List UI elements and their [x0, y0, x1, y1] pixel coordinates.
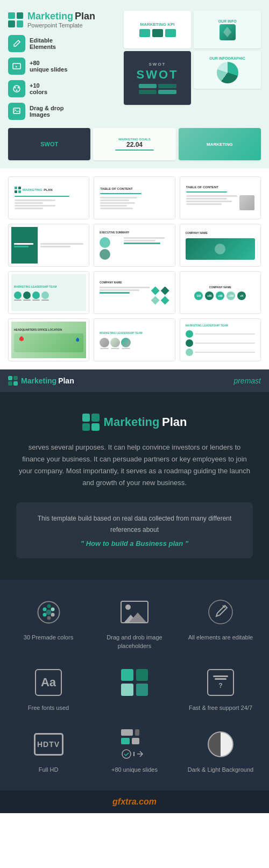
- feature-card-darklight-label: Dark & Light Background: [188, 766, 253, 774]
- slide-card-map[interactable]: HEADQUARTERS OFFICE LOCATION: [8, 318, 89, 361]
- hero-section: Marketing Plan Powerpoint Template Edita…: [0, 0, 269, 168]
- feature-editable-text: EditableElements: [30, 37, 56, 50]
- slide-thumb-photo: MARKETING: [179, 128, 261, 160]
- logo-grid-cell-2: [17, 12, 24, 19]
- logo-area: Marketing Plan Powerpoint Template: [8, 11, 116, 29]
- feature-card-grid4: [97, 666, 172, 712]
- footer-brand: premast: [233, 376, 261, 385]
- svg-rect-5: [13, 108, 20, 113]
- svg-point-4: [16, 90, 18, 91]
- description-quote-box: This template build based on real data c…: [16, 502, 253, 558]
- svg-point-16: [122, 750, 131, 758]
- svg-point-3: [18, 87, 19, 89]
- footer-marketing: Marketing: [21, 376, 56, 385]
- logo-grid-cell-4: [17, 20, 24, 27]
- svg-point-2: [15, 87, 16, 89]
- logo-subtitle: Powerpoint Template: [27, 22, 95, 29]
- slide-thumb-swot2: SWOT: [8, 128, 90, 160]
- feature-card-drag-label: Drag and drob image placeholders: [97, 634, 172, 650]
- slide-card-company2[interactable]: COMPANY NAME: [94, 271, 175, 314]
- feature-item-drag: Drag & dropImages: [8, 103, 116, 120]
- editable-icon: [8, 35, 25, 52]
- feature-card-support-label: Fast & free support 24/7: [189, 704, 252, 712]
- feature-drag-text: Drag & dropImages: [30, 105, 64, 118]
- slide-card-team3[interactable]: MARKETING LEADERSHIP TEAM: [180, 318, 261, 361]
- footer-logo: Marketing Plan: [8, 376, 74, 386]
- features-grid: 30 Premade colors Drag and drob image pl…: [11, 596, 258, 774]
- logo-marketing: Marketing: [27, 11, 73, 22]
- feature-card-support: ? Fast & free support 24/7: [183, 666, 258, 712]
- slide-thumb-goals: MARKETING GOALS 22.04: [93, 128, 175, 160]
- feature-card-drag: Drag and drob image placeholders: [97, 596, 172, 650]
- description-body: serves several purposes. It can help con…: [16, 442, 253, 489]
- color-grid4-icon: [118, 666, 151, 699]
- slide-card-team1[interactable]: MARKETING LEADERSHIP TEAM: [8, 271, 89, 314]
- slide-card-team2[interactable]: MARKETING LEADERSHIP TEAM: [94, 318, 175, 361]
- slides-count-icon: [118, 728, 151, 760]
- feature-item-slides: +80unique slides: [8, 58, 116, 75]
- slides-icon-hero: [8, 58, 25, 75]
- slide-card-toc1[interactable]: TABLE OF CONTENT: [94, 176, 175, 219]
- svg-point-14: [46, 609, 51, 615]
- feature-item-colors: +10colors: [8, 80, 116, 97]
- slide-card-exec1[interactable]: [8, 224, 89, 267]
- slide-thumb-kpi: MARKETING KPI: [124, 11, 191, 48]
- feature-card-80slides: +80 unique slides: [97, 728, 172, 774]
- feature-card-colors-label: 30 Premade colors: [24, 634, 73, 642]
- desc-logo-cell-4: [91, 423, 100, 431]
- logo-plan: Plan: [75, 11, 95, 22]
- slide-card-exec2[interactable]: EXECUTIVE SUMMARY: [94, 224, 175, 267]
- image-placeholder-icon: [118, 596, 151, 628]
- slides-grid: MARKETING PLAN TABLE OF CONTENT: [8, 176, 261, 361]
- feature-colors-text: +10colors: [30, 82, 47, 95]
- slides-section: MARKETING PLAN TABLE OF CONTENT: [0, 168, 269, 369]
- footer-plan: Plan: [58, 376, 74, 385]
- darklight-icon: [204, 728, 237, 760]
- svg-point-13: [43, 613, 46, 616]
- feature-card-editable: All elements are editable: [183, 596, 258, 650]
- desc-logo-cell-1: [82, 414, 90, 422]
- features-section: 30 Premade colors Drag and drob image pl…: [0, 580, 269, 791]
- desc-logo-icon: [82, 414, 100, 431]
- font-icon: Aa: [32, 666, 65, 699]
- svg-point-12: [47, 616, 51, 620]
- desc-logo: Marketing Plan: [16, 414, 253, 431]
- slide-card-toc2[interactable]: TABLE OF CONTENT: [180, 176, 261, 219]
- svg-point-8: [43, 607, 46, 611]
- svg-point-11: [51, 613, 54, 616]
- description-section: Marketing Plan serves several purposes. …: [0, 392, 269, 580]
- slide-card-marketing-plan[interactable]: MARKETING PLAN: [8, 176, 89, 219]
- svg-rect-0: [13, 63, 20, 69]
- slides-footer: Marketing Plan premast: [0, 369, 269, 392]
- gfxtra-footer: gfxtra.com: [0, 791, 269, 813]
- svg-point-9: [47, 604, 51, 608]
- feature-card-80slides-label: +80 unique slides: [111, 766, 158, 774]
- desc-logo-marketing: Marketing: [104, 415, 160, 429]
- slide-card-company1[interactable]: COMPANY NAME: [180, 224, 261, 267]
- logo-grid-cell-1: [8, 12, 15, 19]
- desc-logo-plan: Plan: [162, 415, 187, 429]
- hero-left: Marketing Plan Powerpoint Template Edita…: [8, 11, 116, 125]
- hero-right: MARKETING KPI OUR INFO: [124, 11, 261, 105]
- feature-card-fullhd-label: Full HD: [39, 766, 59, 774]
- feature-list: EditableElements +80unique slides: [8, 35, 116, 120]
- feature-item-editable: EditableElements: [8, 35, 116, 52]
- palette-icon: [32, 596, 65, 628]
- feature-card-fonts-label: Free fonts used: [28, 704, 69, 712]
- drag-icon: [8, 103, 25, 120]
- desc-logo-cell-3: [82, 423, 90, 431]
- slide-thumb-ourinfo: OUR INFO: [194, 11, 261, 48]
- desc-logo-cell-2: [91, 414, 100, 422]
- slide-card-company3[interactable]: COMPANY NAME 100 +80 +90 +1M +K: [180, 271, 261, 314]
- svg-point-6: [15, 109, 16, 110]
- logo-icon: [8, 12, 23, 27]
- feature-slides-text: +80unique slides: [30, 60, 67, 73]
- hd-icon: HDTV: [32, 728, 65, 760]
- logo-grid-cell-3: [8, 20, 15, 27]
- description-quote-highlight: " How to build a Business plan ": [30, 539, 239, 547]
- feature-card-fonts: Aa Free fonts used: [11, 666, 86, 712]
- svg-point-10: [51, 607, 54, 611]
- gfxtra-text: gfxtra.com: [112, 797, 157, 806]
- support-icon: ?: [204, 666, 237, 699]
- svg-point-15: [209, 600, 232, 624]
